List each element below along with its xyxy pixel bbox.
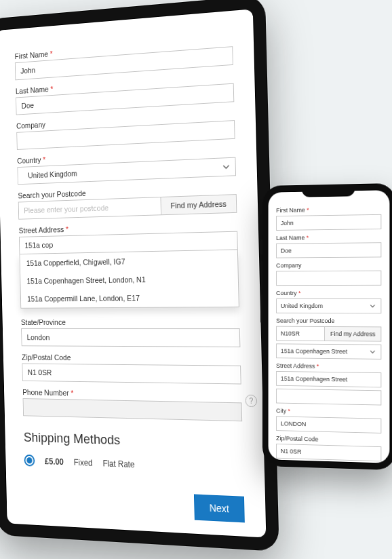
first-name-input[interactable]: [276, 214, 381, 231]
company-label: Company: [276, 261, 381, 269]
next-button[interactable]: Next: [194, 494, 245, 522]
city-label: City: [276, 407, 381, 416]
phone-notch: [302, 184, 355, 197]
phone-input[interactable]: [23, 398, 243, 421]
phone-side-button: [260, 294, 262, 322]
country-label: Country: [276, 290, 381, 296]
zip-label: Zip/Postal Code: [276, 435, 381, 444]
city-input[interactable]: [276, 416, 381, 433]
street-address-input[interactable]: [276, 371, 381, 387]
shipping-methods-heading: Shipping Methods: [24, 429, 243, 452]
shipping-type: Fixed: [74, 457, 93, 467]
find-address-button[interactable]: Find my Address: [324, 326, 381, 342]
zip-input[interactable]: [276, 444, 381, 461]
help-icon[interactable]: ?: [245, 395, 257, 408]
state-label: State/Province: [21, 317, 240, 326]
find-address-button[interactable]: Find my Address: [161, 194, 237, 215]
last-name-input[interactable]: [276, 242, 381, 258]
shipping-radio[interactable]: [24, 455, 35, 467]
country-select[interactable]: [276, 298, 381, 313]
street-address-input-2[interactable]: [276, 389, 381, 406]
company-input[interactable]: [276, 271, 381, 286]
phone-device: First Name Last Name Company Country: [262, 183, 392, 470]
zip-input[interactable]: [22, 363, 241, 384]
postcode-search-label: Search your Postcode: [276, 317, 381, 325]
tablet-screen: First Name Last Name Company Country: [0, 9, 266, 537]
postcode-input[interactable]: [276, 326, 324, 341]
address-suggestion-item[interactable]: 151a Coppermill Lane, London, E17: [21, 288, 239, 308]
phone-side-button: [260, 239, 262, 254]
shipping-price: £5.00: [45, 456, 64, 466]
phone-label: Phone Number: [276, 463, 381, 463]
state-input[interactable]: [21, 328, 240, 347]
phone-screen: First Name Last Name Company Country: [269, 190, 390, 463]
address-suggestion-list: 151a Copperfield, Chigwell, IG7 151a Cop…: [20, 250, 239, 308]
first-name-label: First Name: [276, 206, 381, 214]
zip-label: Zip/Postal Code: [22, 353, 241, 363]
shipping-method-row[interactable]: £5.00 Fixed Flat Rate: [24, 455, 243, 475]
address-suggestion-item[interactable]: 151a Copenhagen Street, London, N1: [20, 269, 238, 290]
shipping-name: Flat Rate: [102, 459, 134, 469]
postcode-input[interactable]: [18, 197, 161, 220]
address-select[interactable]: [276, 343, 381, 360]
phone-side-button: [260, 261, 262, 289]
street-address-label: Street Address: [276, 362, 381, 370]
last-name-label: Last Name: [276, 233, 381, 242]
tablet-device: First Name Last Name Company Country: [0, 0, 279, 552]
